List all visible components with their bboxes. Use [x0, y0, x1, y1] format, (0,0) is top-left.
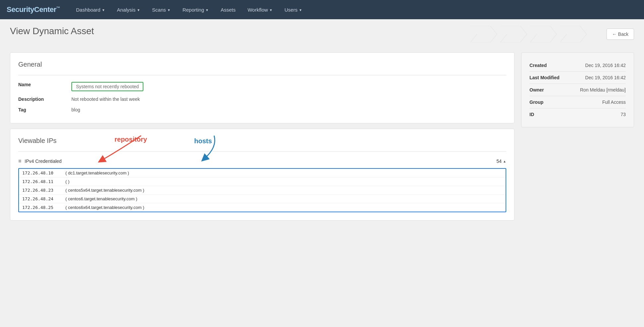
table-row: 172.26.48.10( dc1.target.tenablesecurity… — [19, 169, 506, 177]
owner-value: Ron Meldau [rmeldau] — [580, 87, 626, 93]
nav-menu: Dashboard ▼ Analysis ▼ Scans ▼ Reporting… — [70, 0, 308, 19]
name-label: Name — [18, 82, 71, 87]
chevron-down-icon: ▼ — [137, 8, 140, 12]
count-value: 54 — [497, 159, 502, 164]
tag-field-row: Tag blog — [18, 104, 506, 115]
nav-item-users[interactable]: Users ▼ — [279, 0, 308, 19]
ip-table: 172.26.48.10( dc1.target.tenablesecurity… — [19, 169, 506, 212]
nav-item-analysis[interactable]: Analysis ▼ — [111, 0, 146, 19]
metadata-card: Created Dec 19, 2016 16:42 Last Modified… — [521, 52, 634, 127]
viewable-ips-title: Viewable IPs — [18, 137, 506, 145]
name-value: Systems not recently rebooted — [71, 82, 143, 91]
repository-annotation: repository — [115, 136, 147, 143]
table-row: 172.26.48.25( centos6x64.target.tenables… — [19, 203, 506, 212]
ip-address-cell: 172.26.48.24 — [19, 195, 62, 203]
created-row: Created Dec 19, 2016 16:42 — [529, 59, 626, 72]
hosts-annotation: hosts — [194, 137, 212, 145]
nav-item-dashboard[interactable]: Dashboard ▼ — [70, 0, 111, 19]
divider2 — [18, 151, 506, 152]
database-icon: ≡ — [18, 158, 21, 164]
name-field-row: Name Systems not recently rebooted — [18, 79, 506, 94]
main-panel: General Name Systems not recently reboot… — [10, 52, 515, 221]
chevron-down-icon: ▼ — [299, 8, 302, 12]
modified-row: Last Modified Dec 19, 2016 16:42 — [529, 72, 626, 84]
brand-logo[interactable]: SecurityCenter™ — [7, 5, 60, 14]
group-value: Full Access — [602, 99, 626, 105]
back-button[interactable]: ← Back — [606, 29, 634, 40]
content-layout: General Name Systems not recently reboot… — [10, 52, 634, 221]
owner-row: Owner Ron Meldau [rmeldau] — [529, 84, 626, 96]
tag-value: blog — [71, 107, 80, 112]
page-title: View Dynamic Asset — [10, 26, 94, 36]
chevron-down-icon: ▼ — [167, 8, 171, 12]
decorative-chevrons — [470, 26, 603, 42]
divider — [18, 75, 506, 75]
table-row: 172.26.48.11( ) — [19, 177, 506, 186]
created-label: Created — [529, 63, 547, 68]
modified-label: Last Modified — [529, 75, 559, 80]
annotation-area: repository hosts — [18, 156, 506, 212]
brand-name-part1: Security — [7, 5, 34, 14]
brand-name-part2: Center — [34, 5, 56, 14]
chevron-down-icon: ▼ — [269, 8, 273, 12]
chevron-decoration-svg — [470, 26, 603, 42]
ip-host-cell: ( centos6.target.tenablesecurity.com ) — [62, 195, 506, 203]
repository-row: ≡ IPv4 Credentialed 54 ▲ — [18, 156, 506, 167]
ip-table-container: 172.26.48.10( dc1.target.tenablesecurity… — [18, 168, 506, 212]
table-row: 172.26.48.24( centos6.target.tenablesecu… — [19, 195, 506, 203]
nav-item-scans[interactable]: Scans ▼ — [146, 0, 177, 19]
description-value: Not rebooted within the last week — [71, 97, 140, 102]
repo-name: IPv4 Credentialed — [25, 159, 493, 164]
modified-value: Dec 19, 2016 16:42 — [585, 75, 626, 80]
navbar: SecurityCenter™ Dashboard ▼ Analysis ▼ S… — [0, 0, 644, 19]
nav-item-assets[interactable]: Assets — [215, 0, 242, 19]
ip-address-cell: 172.26.48.11 — [19, 177, 62, 186]
expand-icon[interactable]: ▲ — [503, 160, 506, 163]
ip-address-cell: 172.26.48.10 — [19, 169, 62, 177]
ip-host-cell: ( ) — [62, 177, 506, 186]
description-field-row: Description Not rebooted within the last… — [18, 94, 506, 104]
ip-host-cell: ( dc1.target.tenablesecurity.com ) — [62, 169, 506, 177]
group-row: Group Full Access — [529, 96, 626, 108]
general-section-title: General — [18, 61, 506, 68]
nav-item-workflow[interactable]: Workflow ▼ — [242, 0, 279, 19]
owner-label: Owner — [529, 87, 544, 93]
chevron-down-icon: ▼ — [205, 8, 209, 12]
tag-label: Tag — [18, 107, 71, 112]
ip-host-cell: ( centos6x64.target.tenablesecurity.com … — [62, 203, 506, 212]
page-container: View Dynamic Asset ← Back General — [0, 19, 644, 227]
id-row: ID 73 — [529, 108, 626, 120]
created-value: Dec 19, 2016 16:42 — [585, 63, 626, 68]
chevron-down-icon: ▼ — [102, 8, 105, 12]
ip-host-cell: ( centos5x64.target.tenablesecurity.com … — [62, 186, 506, 195]
ip-address-cell: 172.26.48.23 — [19, 186, 62, 195]
ip-address-cell: 172.26.48.25 — [19, 203, 62, 212]
id-value: 73 — [620, 112, 626, 117]
page-header: View Dynamic Asset ← Back — [10, 26, 634, 46]
description-label: Description — [18, 97, 71, 102]
page-header-right: ← Back — [470, 26, 634, 42]
side-panel: Created Dec 19, 2016 16:42 Last Modified… — [521, 52, 634, 127]
id-label: ID — [529, 112, 534, 117]
nav-item-reporting[interactable]: Reporting ▼ — [177, 0, 215, 19]
table-row: 172.26.48.23( centos5x64.target.tenables… — [19, 186, 506, 195]
viewable-ips-card: Viewable IPs repository hosts — [10, 129, 515, 221]
brand-trademark: ™ — [56, 6, 60, 10]
general-card: General Name Systems not recently reboot… — [10, 52, 515, 123]
group-label: Group — [529, 99, 543, 105]
repo-count: 54 ▲ — [497, 159, 506, 164]
